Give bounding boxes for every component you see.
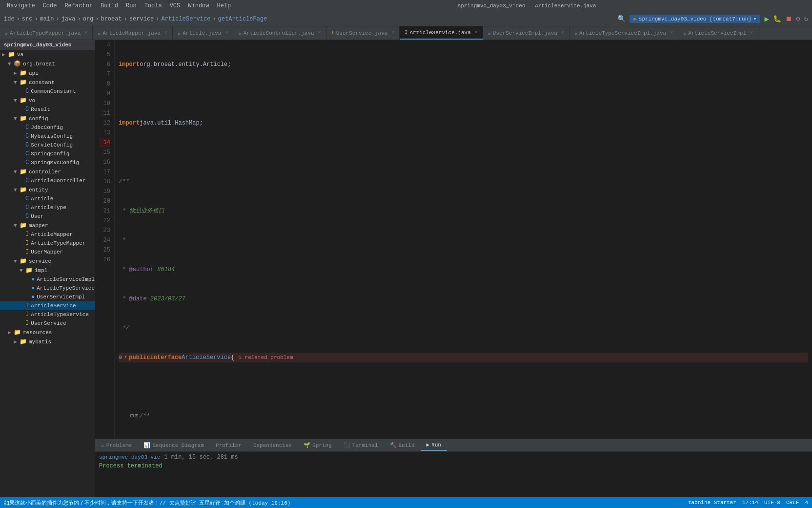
run-config[interactable]: ▶ springmvc_day03_video [tomcat7:run] ▾ [629, 15, 760, 23]
class-icon: C [25, 106, 29, 113]
close-icon[interactable]: × [164, 30, 167, 36]
sidebar-item-articleserviceimpl[interactable]: ▶ ● ArticleServiceImpl [0, 275, 95, 284]
tab-articleservice[interactable]: I ArticleService.java × [400, 26, 483, 40]
sidebar-item-userserviceimpl[interactable]: ▶ ● UserServiceImpl [0, 293, 95, 301]
tab-spring[interactable]: 🌱 Spring [298, 440, 338, 450]
close-icon[interactable]: × [391, 30, 394, 36]
line-ending-indicator[interactable]: CRLF [786, 500, 799, 506]
close-icon[interactable]: × [225, 30, 228, 36]
search-icon[interactable]: 🔍 [617, 15, 626, 23]
menu-build[interactable]: Build [98, 1, 121, 10]
editor-area: 4 5 6 7 8 9 10 11 12 13 14 15 16 17 18 1… [95, 40, 812, 497]
menu-window[interactable]: Window [185, 1, 212, 10]
close-icon[interactable]: × [670, 30, 673, 36]
refresh-icon[interactable]: ↻ [804, 15, 808, 23]
interface-icon: I [25, 302, 29, 309]
menu-tools[interactable]: Tools [142, 1, 165, 10]
menu-code[interactable]: Code [40, 1, 60, 10]
stop-button[interactable]: ⏹ [785, 15, 792, 23]
sidebar-item-articletypemapper[interactable]: ▶ I ArticleTypeMapper [0, 239, 95, 248]
tab-articleserviceimpl[interactable]: ☕ ArticleServiceImpl × [678, 26, 758, 40]
code-line-9: * 物品业务接口 [119, 206, 808, 216]
tab-articlemapper[interactable]: ☕ ArticleMapper.java × [93, 26, 173, 40]
tab-article[interactable]: ☕ Article.java × [173, 26, 233, 40]
sidebar-item-impl[interactable]: ▼ 📁 impl [0, 266, 95, 275]
code-container[interactable]: 4 5 6 7 8 9 10 11 12 13 14 15 16 17 18 1… [95, 40, 812, 439]
tab-terminal[interactable]: ⬛ Terminal [338, 440, 384, 450]
sidebar-item-service[interactable]: ▼ 📁 service [0, 256, 95, 266]
sidebar-item-config[interactable]: ▼ 📁 config [0, 114, 95, 123]
sidebar-item-commonconstant[interactable]: ▶ C CommonConstant [0, 87, 95, 96]
sidebar-item-user[interactable]: ▶ C User [0, 212, 95, 221]
breadcrumb-src[interactable]: src [22, 16, 33, 22]
tab-userserviceimpl[interactable]: ☕ UserServiceImpl.java × [483, 26, 569, 40]
tab-articletypeserviceimpl[interactable]: ☕ ArticleTypeServiceImpl.java × [569, 26, 678, 40]
run-button[interactable]: ▶ [764, 14, 769, 24]
sidebar-item-springconfig[interactable]: ▶ C SpringConfig [0, 149, 95, 158]
breadcrumb-ide[interactable]: ide [4, 16, 15, 22]
sidebar-item-mybatisconfig[interactable]: ▶ C MybatisConfig [0, 132, 95, 141]
sidebar-item-resources[interactable]: ▶ 📁 resources [0, 328, 95, 337]
breadcrumb-main[interactable]: main [40, 16, 54, 22]
settings-icon[interactable]: ⚙ [796, 15, 800, 23]
tab-sequence-diagram[interactable]: 📊 Sequence Diagram [138, 440, 210, 450]
java-file-icon: ☕ [178, 30, 181, 36]
tab-articletypemapper[interactable]: ☕ ArticleTypeMapper.java × [0, 26, 93, 40]
close-icon[interactable]: × [475, 30, 478, 35]
class-icon: C [25, 133, 29, 140]
charset-indicator[interactable]: UTF-8 [764, 500, 780, 506]
sidebar-item-constant[interactable]: ▼ 📁 constant [0, 78, 95, 87]
breadcrumb-service[interactable]: service [129, 16, 154, 22]
sidebar-item-userservice[interactable]: ▶ I UserService [0, 319, 95, 328]
sidebar-item-mapper[interactable]: ▼ 📁 mapper [0, 221, 95, 230]
sidebar-item-article[interactable]: ▶ C Article [0, 194, 95, 203]
menu-vcs[interactable]: VCS [167, 1, 183, 10]
menu-refactor[interactable]: Refactor [61, 1, 96, 10]
sidebar-item-servletconfig[interactable]: ▶ C ServletConfig [0, 141, 95, 149]
sidebar-item-jdbcconfig[interactable]: ▶ C JdbcConfig [0, 123, 95, 132]
breadcrumb-broeat[interactable]: broeat [101, 16, 122, 22]
breadcrumb-articleservice[interactable]: ArticleService [162, 16, 211, 22]
breadcrumb-org[interactable]: org [83, 16, 94, 22]
close-icon[interactable]: × [750, 30, 753, 36]
close-icon[interactable]: × [561, 30, 564, 36]
menu-run[interactable]: Run [123, 1, 140, 10]
sidebar-item-springmvcconfig[interactable]: ▶ C SpringMvcConfig [0, 158, 95, 167]
debug-button[interactable]: 🐛 [773, 15, 781, 23]
sidebar-item-articlecontroller[interactable]: ▶ C ArticleController [0, 176, 95, 185]
indent-indicator[interactable]: 4 [805, 500, 808, 506]
tab-profiler[interactable]: Profiler [210, 441, 247, 450]
sidebar-item-result[interactable]: ▶ C Result [0, 105, 95, 114]
sidebar-item-entity[interactable]: ▼ 📁 entity [0, 185, 95, 194]
tab-build[interactable]: 🔨 Build [384, 440, 421, 450]
sidebar-item-articletypeserviceimpl[interactable]: ▶ ● ArticleTypeServiceImpl [0, 284, 95, 293]
breadcrumb-java[interactable]: java [61, 16, 76, 22]
tab-problems[interactable]: ⚠ Problems [95, 440, 138, 450]
sidebar-item-va[interactable]: ▶ 📁 va [0, 50, 95, 59]
sidebar-item-articleservice[interactable]: ▶ I ArticleService [0, 301, 95, 310]
class-icon: C [25, 150, 29, 157]
tabnine-label[interactable]: tabnine Starter [688, 500, 736, 506]
code-line-13: */ [119, 323, 808, 333]
close-icon[interactable]: × [318, 30, 321, 36]
tab-run[interactable]: ▶ Run [421, 440, 447, 451]
window-title: springmvc_day03_video - ArticleService.j… [245, 3, 808, 9]
sidebar-item-mybatis[interactable]: ▶ 📁 mybatis [0, 337, 95, 346]
sidebar-item-api[interactable]: ▶ 📁 api [0, 68, 95, 78]
menu-help[interactable]: Help [214, 1, 234, 10]
tab-dependencies[interactable]: Dependencies [247, 441, 298, 450]
sidebar-item-articletype[interactable]: ▶ C ArticleType [0, 203, 95, 212]
interface-file-icon: I [331, 30, 334, 36]
sidebar-item-controller[interactable]: ▼ 📁 controller [0, 167, 95, 176]
sidebar-item-org-broeat[interactable]: ▼ 📦 org.broeat [0, 59, 95, 68]
menu-navigate[interactable]: Navigate [4, 1, 38, 10]
code-editor[interactable]: import org.broeat.entity.Article; import… [115, 40, 812, 439]
sidebar-item-usermapper[interactable]: ▶ I UserMapper [0, 248, 95, 256]
tab-userservice[interactable]: I UserService.java × [326, 26, 400, 40]
breadcrumb-getarticlepage[interactable]: getArticlePage [218, 16, 267, 22]
sidebar-item-vo[interactable]: ▼ 📁 vo [0, 96, 95, 105]
sidebar-item-articlemapper[interactable]: ▶ I ArticleMapper [0, 230, 95, 239]
tab-articlecontroller[interactable]: ☕ ArticleController.java × [233, 26, 326, 40]
sidebar-item-articletypeservice[interactable]: ▶ I ArticleTypeService [0, 310, 95, 319]
close-icon[interactable]: × [84, 30, 87, 36]
